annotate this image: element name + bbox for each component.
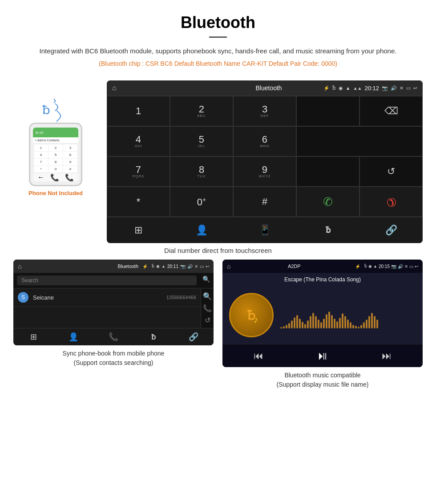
backspace-button[interactable]: ⌫ [359, 96, 423, 126]
nav-bluetooth-button[interactable]: ƀ [296, 222, 359, 239]
key-5[interactable]: 5JKL [170, 126, 233, 156]
main-content-area: ƀ M:20 + Add to Contacts 1 2 3 4 5 6 [0, 80, 436, 243]
key-7[interactable]: 7PQRS [107, 156, 170, 187]
viz-bar [320, 322, 322, 328]
music-main-area: ƀ ♪ [222, 286, 423, 344]
pb-win-icon: ▭ [200, 264, 204, 269]
dialer-status-bar: ⌂ Bluetooth ⚡ ƀ ◉ ▲ ▲▲ 20:12 📷 🔊 ✕ ▭ ↩ [107, 80, 423, 96]
end-call-button[interactable]: ✆ [359, 187, 423, 217]
pb-reload-right-icon[interactable]: ↺ [205, 316, 210, 324]
music-block: ⌂ A2DP ⚡ ƀ ◉ ▲ 20:15 📷 🔊 ✕ ▭ ↩ Escape (T… [222, 260, 423, 389]
pb-status-right: ƀ ◉ ▲ 20:11 📷 🔊 ✕ ▭ ↩ [152, 264, 209, 269]
key-9[interactable]: 9WXYZ [233, 156, 296, 187]
gps-icon: ◉ [339, 85, 343, 91]
key-0[interactable]: 0+ [170, 187, 233, 217]
pb-nav-grid[interactable]: ⊞ [13, 332, 53, 342]
dialer-screen: ⌂ Bluetooth ⚡ ƀ ◉ ▲ ▲▲ 20:12 📷 🔊 ✕ ▭ ↩ [107, 80, 423, 243]
phone-section: ƀ M:20 + Add to Contacts 1 2 3 4 5 6 [13, 80, 98, 196]
viz-bar [307, 320, 309, 328]
viz-bar [294, 317, 295, 328]
status-bar-left: ⌂ [112, 84, 214, 92]
signal-arc-3 [50, 110, 63, 122]
pb-camera-icon: 📷 [180, 264, 186, 269]
contact-row[interactable]: S Seicane 13566664466 [13, 288, 201, 307]
call-red-icon: ✆ [383, 193, 399, 210]
signal-arc-1 [51, 98, 56, 103]
key-2[interactable]: 2ABC [170, 96, 233, 126]
search-input[interactable]: Search [17, 276, 197, 285]
music-gps-icon: ◉ [368, 264, 372, 268]
contact-number: 13566664466 [166, 295, 196, 300]
back-icon[interactable]: ↩ [413, 85, 417, 91]
call-button[interactable]: ✆ [296, 187, 359, 217]
call-green-icon: ✆ [323, 195, 333, 209]
nav-link-button[interactable]: 🔗 [359, 222, 423, 239]
pb-search-right-icon[interactable]: 🔍 [203, 292, 212, 300]
phonebook-right-icons: 🔍 📞 ↺ [201, 288, 214, 328]
status-bar-title: Bluetooth [218, 84, 319, 92]
viz-bar [374, 316, 375, 328]
phonebook-search-bar: Search 🔍 [13, 273, 214, 288]
music-close-icon[interactable]: ✕ [404, 264, 408, 269]
phone-screen: M:20 + Add to Contacts 1 2 3 4 5 6 7 8 9… [33, 128, 78, 181]
dialer-empty-2 [296, 156, 359, 187]
reload-button[interactable]: ↺ [359, 156, 423, 187]
close-icon[interactable]: ✕ [400, 85, 404, 91]
nav-grid-button[interactable]: ⊞ [107, 222, 170, 239]
phone-key: 1 [34, 144, 48, 151]
key-6[interactable]: 6MNO [233, 126, 296, 156]
viz-bar [326, 314, 327, 328]
pb-back-icon[interactable]: ↩ [206, 264, 209, 269]
status-time: 20:12 [364, 85, 379, 92]
key-3[interactable]: 3DEF [233, 96, 296, 126]
music-back-icon[interactable]: ↩ [415, 264, 418, 269]
phonebook-caption-line1: Sync phone-book from mobile phone [63, 350, 165, 357]
dialer-empty-1 [296, 126, 423, 156]
key-4[interactable]: 4GHI [107, 126, 170, 156]
pb-nav-bt[interactable]: ƀ [133, 332, 174, 342]
pb-home-icon: ⌂ [18, 263, 21, 270]
music-bt-status-icon: ƀ [364, 264, 367, 268]
window-icon: ▭ [406, 85, 411, 91]
music-info [280, 302, 416, 328]
viz-bar [302, 322, 303, 328]
pb-nav-link[interactable]: 🔗 [174, 332, 214, 342]
viz-bar [280, 327, 282, 328]
key-1[interactable]: 1 [107, 96, 170, 126]
album-art: ƀ ♪ [229, 293, 274, 337]
skip-back-button[interactable]: ⏮ [254, 350, 263, 362]
phone-keypad: 1 2 3 4 5 6 7 8 9 * 0 # [33, 144, 78, 173]
phone-key: 4 [34, 152, 48, 158]
pb-nav-contacts[interactable]: 👤 [53, 332, 93, 342]
nav-contacts-button[interactable]: 👤 [170, 222, 233, 239]
pb-signal-icon: ▲ [161, 264, 166, 268]
key-star[interactable]: * [107, 187, 170, 217]
key-hash[interactable]: # [233, 187, 296, 217]
pb-nav-phone[interactable]: 📞 [93, 332, 133, 342]
viz-bar [318, 320, 319, 328]
signal-waves [52, 98, 61, 120]
contact-name: Seicane [33, 294, 166, 301]
home-icon[interactable]: ⌂ [112, 84, 117, 92]
music-vol-icon: 🔊 [398, 264, 403, 269]
phone-key: 2 [48, 144, 63, 151]
skip-forward-button[interactable]: ⏭ [382, 350, 392, 362]
page-specs: (Bluetooth chip : CSR BC6 Default Blueto… [27, 60, 409, 67]
viz-bar [358, 327, 359, 328]
nav-phone-button[interactable]: 📱 [233, 222, 296, 239]
viz-bar [342, 313, 343, 328]
play-pause-button[interactable]: ⏯ [317, 349, 328, 363]
viz-bar [323, 319, 325, 328]
pb-phone-right-icon[interactable]: 📞 [203, 304, 212, 312]
phone-key: 0 [48, 166, 63, 172]
bluetooth-signal-icon: ƀ [42, 98, 69, 120]
reload-icon: ↺ [387, 166, 395, 177]
music-signal-icon: ▲ [373, 264, 377, 268]
viz-bar [336, 321, 338, 328]
phone-call-icon: 📞 [50, 173, 59, 182]
pb-close-icon[interactable]: ✕ [194, 264, 198, 269]
viz-bar [296, 315, 298, 328]
viz-bar [366, 320, 367, 328]
title-divider [209, 36, 227, 38]
key-8[interactable]: 8TUV [170, 156, 233, 187]
